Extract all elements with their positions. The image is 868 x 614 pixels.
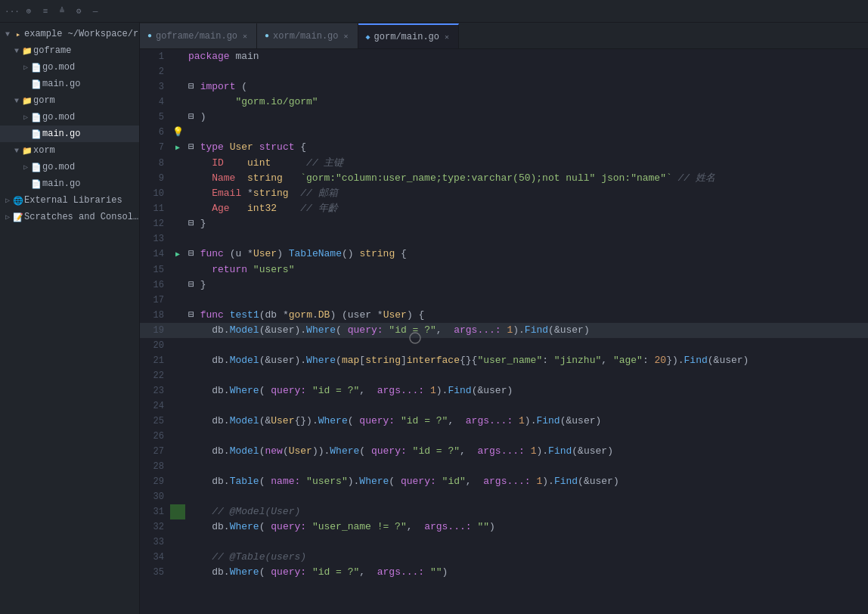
sidebar-item-gorm-gomod[interactable]: ▷ 📄 go.mod [0, 109, 139, 126]
table-row: 28 [140, 459, 868, 474]
toolbar-menu-icon[interactable]: ··· [6, 5, 18, 17]
arrow-icon: ▷ [21, 113, 30, 122]
code-line: ⊟ ) [185, 110, 868, 125]
gutter-cell [170, 64, 185, 79]
sidebar-item-scratches[interactable]: ▷ 📝 Scratches and Consoles [0, 209, 139, 225]
code-line: // @Table(users) [185, 550, 868, 565]
code-line: db.Model(&user).Where( query: "id = ?", … [185, 323, 868, 338]
gutter-cell: ▶ [170, 140, 185, 156]
line-number: 11 [140, 201, 170, 216]
table-row: 24 [140, 398, 868, 414]
mod-icon: 📄 [30, 163, 42, 172]
line-number: 4 [140, 95, 170, 110]
code-editor[interactable]: 1 package main 2 3 ⊟ import ( [140, 49, 868, 614]
sidebar-item-label: Scratches and Consoles [24, 212, 139, 222]
line-number: 15 [140, 262, 170, 278]
tab-xorm-main[interactable]: ● xorm/main.go ✕ [257, 23, 358, 48]
tab-close-button[interactable]: ✕ [443, 32, 451, 42]
sidebar-item-gorm-maingo[interactable]: 📄 main.go [0, 126, 139, 142]
sidebar-item-goframe[interactable]: ▼ 📁 goframe [0, 42, 139, 59]
line-number: 20 [140, 338, 170, 353]
gutter-cell [170, 293, 185, 308]
line-number: 6 [140, 125, 170, 140]
sidebar-item-goframe-maingo[interactable]: 📄 main.go [0, 76, 139, 92]
code-line: ⊟ func (u *User) TableName() string { [185, 247, 868, 262]
arrow-icon: ▼ [12, 47, 21, 55]
gutter-cell [170, 398, 185, 414]
line-number: 33 [140, 535, 170, 550]
sidebar-item-goframe-gomod[interactable]: ▷ 📄 go.mod [0, 59, 139, 76]
gutter-cell [170, 338, 185, 353]
code-line [185, 429, 868, 444]
external-icon: 🌐 [12, 196, 24, 206]
code-line: ⊟ type User struct { [185, 140, 868, 156]
gutter-cell [170, 565, 185, 580]
sidebar-item-xorm[interactable]: ▼ 📁 xorm [0, 142, 139, 159]
gutter-cell [170, 79, 185, 95]
toolbar-minimize-icon[interactable]: — [89, 5, 101, 17]
code-line: db.Model(&user).Where(map[string]interfa… [185, 353, 868, 368]
table-row: 18 ⊟ func test1(db *gorm.DB) (user *User… [140, 308, 868, 323]
line-number: 14 [140, 247, 170, 262]
tab-label: gorm/main.go [374, 32, 439, 42]
code-table: 1 package main 2 3 ⊟ import ( [140, 49, 868, 580]
code-line: ⊟ } [185, 278, 868, 293]
gutter-cell [170, 323, 185, 338]
sidebar-item-label: main.go [42, 79, 139, 89]
sidebar-item-example[interactable]: ▼ ▸ example ~/Workspace/r [0, 26, 139, 42]
toolbar-list-icon[interactable]: ≡ [39, 5, 51, 17]
table-row: 1 package main [140, 49, 868, 64]
sidebar-item-label: example ~/Workspace/r [24, 29, 139, 39]
gutter-cell [170, 414, 185, 429]
tab-gorm-main[interactable]: ◆ gorm/main.go ✕ [358, 23, 459, 48]
arrow-icon: ▼ [12, 97, 21, 105]
code-line: ⊟ import ( [185, 79, 868, 95]
table-row: 19 db.Model(&user).Where( query: "id = ?… [140, 323, 868, 338]
toolbar-settings-icon[interactable]: ⚙ [73, 5, 85, 17]
table-row: 5 ⊟ ) [140, 110, 868, 125]
code-line [185, 231, 868, 247]
gutter-cell [170, 474, 185, 489]
sidebar-item-external-libraries[interactable]: ▷ 🌐 External Libraries [0, 192, 139, 209]
line-number: 31 [140, 504, 170, 519]
arrow-icon: ▷ [3, 196, 12, 205]
sidebar-item-gorm[interactable]: ▼ 📁 gorm [0, 92, 139, 109]
line-number: 22 [140, 368, 170, 383]
sidebar-item-label: goframe [33, 45, 139, 56]
table-row: 26 [140, 429, 868, 444]
toolbar-structure-icon[interactable]: ≜ [56, 5, 68, 17]
tab-label: goframe/main.go [156, 31, 237, 42]
go-icon: 📄 [30, 79, 42, 89]
table-row: 9 Name string `gorm:"column:user_name;ty… [140, 171, 868, 186]
line-number: 3 [140, 79, 170, 95]
line-number: 2 [140, 64, 170, 79]
code-line [185, 338, 868, 353]
code-line: db.Where( query: "id = ?", args...: 1).F… [185, 383, 868, 398]
tab-close-button[interactable]: ✕ [343, 31, 350, 42]
go-file-icon: ● [147, 32, 152, 40]
table-row: 20 [140, 338, 868, 353]
sidebar-item-xorm-maingo[interactable]: 📄 main.go [0, 175, 139, 192]
gutter-cell [170, 459, 185, 474]
line-number: 29 [140, 474, 170, 489]
tab-close-button[interactable]: ✕ [241, 31, 249, 42]
code-line: "gorm.io/gorm" [185, 95, 868, 110]
sidebar-item-xorm-gomod[interactable]: ▷ 📄 go.mod [0, 159, 139, 175]
code-line: Email *string // 邮箱 [185, 186, 868, 201]
line-number: 35 [140, 565, 170, 580]
line-number: 32 [140, 519, 170, 535]
line-number: 26 [140, 429, 170, 444]
gutter-cell [170, 550, 185, 565]
code-line: db.Model(&User{}).Where( query: "id = ?"… [185, 414, 868, 429]
tab-goframe-main[interactable]: ● goframe/main.go ✕ [140, 23, 257, 48]
folder-icon: 📁 [21, 46, 33, 56]
line-number: 17 [140, 293, 170, 308]
gutter-cell [170, 383, 185, 398]
table-row: 17 [140, 293, 868, 308]
code-line: db.Model(new(User)).Where( query: "id = … [185, 444, 868, 459]
table-row: 7 ▶ ⊟ type User struct { [140, 140, 868, 156]
folder-icon: 📁 [21, 96, 33, 106]
table-row: 8 ID uint // 主键 [140, 156, 868, 171]
toolbar-add-icon[interactable]: ⊕ [23, 5, 35, 17]
code-line [185, 125, 868, 140]
